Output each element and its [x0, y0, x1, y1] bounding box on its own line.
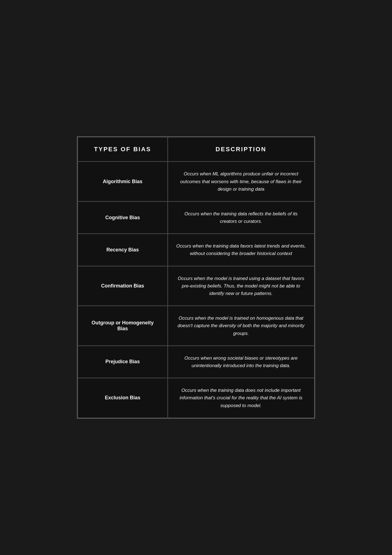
- header-description: DESCRIPTION: [168, 137, 314, 162]
- bias-table: TYPES OF BIAS DESCRIPTION Algorithmic Bi…: [77, 137, 315, 418]
- bias-description-3: Occurs when the model is trained using a…: [168, 266, 314, 306]
- bias-description-1: Occurs when the training data reflects t…: [168, 201, 314, 234]
- table-row: Confirmation BiasOccurs when the model i…: [78, 266, 314, 306]
- bias-name-5: Prejudice Bias: [78, 346, 168, 378]
- bias-name-6: Exclusion Bias: [78, 378, 168, 418]
- bias-name-2: Recency Bias: [78, 234, 168, 266]
- bias-name-3: Confirmation Bias: [78, 266, 168, 306]
- table-row: Prejudice BiasOccurs when wrong societal…: [78, 346, 314, 378]
- bias-description-4: Occurs when the model is trained on homo…: [168, 306, 314, 346]
- bias-name-1: Cognitive Bias: [78, 201, 168, 234]
- table-row: Cognitive BiasOccurs when the training d…: [78, 201, 314, 234]
- bias-table-container: TYPES OF BIAS DESCRIPTION Algorithmic Bi…: [77, 136, 315, 418]
- bias-name-4: Outgroup or Homogeneity Bias: [78, 306, 168, 346]
- table-header-row: TYPES OF BIAS DESCRIPTION: [78, 137, 314, 162]
- bias-description-5: Occurs when wrong societal biases or ste…: [168, 346, 314, 378]
- table-row: Algorithmic BiasOccurs when ML algorithm…: [78, 162, 314, 201]
- bias-description-2: Occurs when the training data favors lat…: [168, 234, 314, 266]
- table-row: Outgroup or Homogeneity BiasOccurs when …: [78, 306, 314, 346]
- header-types-of-bias: TYPES OF BIAS: [78, 137, 168, 162]
- bias-description-6: Occurs when the training data does not i…: [168, 378, 314, 418]
- table-row: Recency BiasOccurs when the training dat…: [78, 234, 314, 266]
- bias-name-0: Algorithmic Bias: [78, 162, 168, 201]
- bias-description-0: Occurs when ML algorithms produce unfair…: [168, 162, 314, 201]
- table-row: Exclusion BiasOccurs when the training d…: [78, 378, 314, 418]
